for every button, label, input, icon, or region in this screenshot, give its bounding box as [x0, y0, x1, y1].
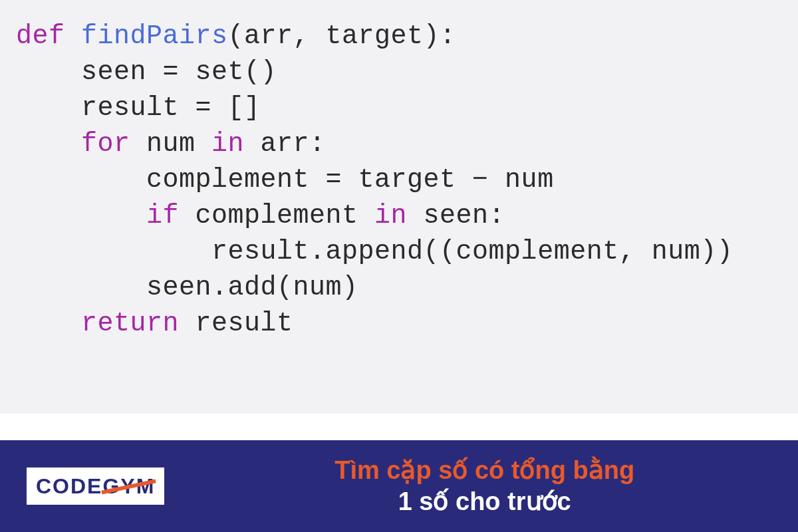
function-name: findPairs [81, 21, 228, 51]
code-line-9: seen.add(num) [16, 270, 782, 306]
code-line-3: result = [] [16, 90, 782, 126]
caption-line-2: 1 số cho trước [198, 486, 771, 518]
logo: CODEGYM [27, 467, 164, 505]
logo-text: CODEGYM [36, 474, 155, 499]
keyword-in: in [374, 201, 424, 231]
code-line-5: for num in arr: [16, 126, 782, 162]
code-line-7: if complement in seen: [16, 198, 782, 234]
keyword-in: in [211, 129, 261, 159]
code-line-8: result.append((complement, num)) [16, 234, 782, 270]
keyword-return: return [81, 309, 196, 338]
code-text: (arr, target): [228, 21, 456, 51]
code-line-2: seen = set() [16, 55, 782, 90]
code-line-1: def findPairs(arr, target): [16, 19, 782, 55]
keyword-def: def [16, 21, 81, 51]
keyword-if: if [146, 201, 196, 231]
caption-line-1: Tìm cặp số có tổng bằng [198, 455, 771, 487]
code-block: def findPairs(arr, target): seen = set()… [0, 0, 798, 414]
caption: Tìm cặp số có tổng bằng 1 số cho trước [198, 455, 771, 518]
code-line-11: return result [16, 306, 782, 342]
keyword-for: for [81, 129, 146, 159]
code-line-6: complement = target − num [16, 162, 782, 198]
separator [0, 414, 798, 440]
footer-banner: CODEGYM Tìm cặp số có tổng bằng 1 số cho… [0, 440, 798, 532]
